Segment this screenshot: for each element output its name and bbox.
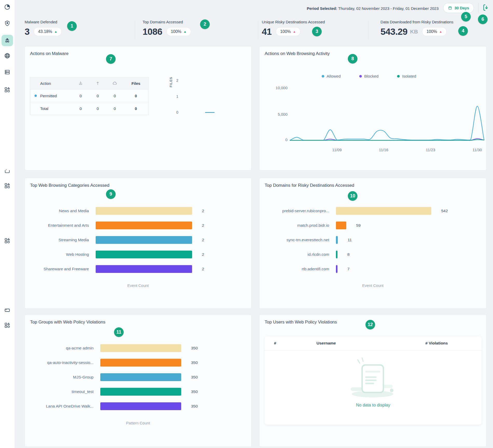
panel-title: Top Domains for Risky Destinations Acces… bbox=[265, 183, 354, 188]
bar-value: 350 bbox=[191, 389, 198, 394]
risky-domains-bar-chart: prebid-server.rubiconpro...542match.prod… bbox=[265, 204, 448, 276]
bar-value: 542 bbox=[441, 209, 448, 213]
chart-legend: AllowedBlockedIsolated bbox=[322, 74, 416, 79]
bar-category-label: Entertainment and Arts bbox=[30, 223, 96, 228]
kpi-trend-pill: 100%▲ bbox=[276, 27, 300, 36]
legend-dot bbox=[359, 75, 362, 78]
malware-actions-table: Action Files Permitted 0 0 0 0 bbox=[30, 77, 149, 115]
bar-value: 350 bbox=[191, 346, 198, 350]
cell-downloaded: 0 bbox=[72, 102, 89, 115]
y-tick: 10,000 bbox=[271, 86, 287, 90]
date-range-button[interactable]: 30 Days bbox=[443, 3, 474, 13]
table-row-permitted[interactable]: Permitted 0 0 0 0 bbox=[30, 89, 149, 102]
bar-category-label: Streaming Media bbox=[30, 238, 96, 242]
panel-title: Actions on Malware bbox=[30, 51, 68, 56]
shapes-icon[interactable] bbox=[4, 182, 11, 189]
card-icon[interactable] bbox=[4, 307, 11, 314]
kpi-top-domains: Top Domains Accessed 1086 100%▲ bbox=[143, 20, 191, 37]
annotation-badge-7: 7 bbox=[106, 54, 116, 64]
bar-category-label: News and Media bbox=[30, 209, 96, 213]
trend-up-icon: ▲ bbox=[439, 30, 442, 33]
kpi-malware-defended: Malware Defended 3 43.18%▲ bbox=[25, 20, 62, 37]
bar-value: 350 bbox=[191, 360, 198, 365]
annotation-badge-9: 9 bbox=[106, 189, 116, 199]
kpi-label: Malware Defended bbox=[25, 20, 62, 24]
panel-title: Top Users with Web Policy Violations bbox=[265, 320, 337, 325]
annotation-badge-11: 11 bbox=[114, 327, 124, 337]
x-tick: 11/16 bbox=[375, 148, 393, 152]
bar[interactable] bbox=[336, 222, 346, 229]
annotation-badge-5: 5 bbox=[461, 12, 471, 22]
bar[interactable] bbox=[96, 207, 192, 215]
kpi-trend-pill: 43.18%▲ bbox=[34, 27, 62, 36]
bar-value: 2 bbox=[202, 252, 204, 257]
upload-icon bbox=[89, 77, 106, 89]
x-axis-label: Pattern Count bbox=[25, 421, 251, 425]
export-report-button[interactable] bbox=[481, 2, 491, 13]
bar[interactable] bbox=[96, 222, 192, 229]
bar-category-label: Web Hosting bbox=[30, 252, 96, 257]
legend-item-isolated[interactable]: Isolated bbox=[397, 74, 416, 79]
globe-icon[interactable] bbox=[4, 52, 11, 59]
bar[interactable] bbox=[100, 402, 181, 410]
bar-value: 350 bbox=[191, 404, 198, 409]
bar-category-label: rtb.adentifi.com bbox=[265, 267, 336, 271]
cell-files: 0 bbox=[123, 102, 149, 115]
cell-files: 0 bbox=[123, 89, 149, 102]
legend-item-blocked[interactable]: Blocked bbox=[359, 74, 378, 79]
bar-row: Shareware and Freeware2 bbox=[30, 262, 204, 276]
bar-category-label: sync-tm.everesttech.net bbox=[265, 238, 336, 242]
bar[interactable] bbox=[96, 265, 192, 273]
shapes-icon[interactable] bbox=[4, 237, 11, 244]
bar[interactable] bbox=[96, 251, 192, 258]
kpi-data-downloaded: Data Downloaded from Risky Destinations … bbox=[381, 20, 453, 37]
bar-value: 2 bbox=[202, 238, 204, 242]
sidebar-nav bbox=[0, 0, 15, 448]
bar-category-label: Lana API OneDrive Walk... bbox=[30, 404, 100, 409]
column-violations: # Violations bbox=[425, 341, 448, 346]
bar[interactable] bbox=[100, 344, 181, 352]
bar-row: MJS-Group350 bbox=[30, 370, 198, 384]
shield-lock-icon[interactable] bbox=[4, 20, 11, 27]
bar[interactable] bbox=[336, 236, 338, 244]
bar[interactable] bbox=[336, 251, 337, 258]
bar-category-label: id.rlcdn.com bbox=[265, 252, 336, 257]
bar-row: id.rlcdn.com8 bbox=[265, 247, 448, 262]
bar-category-label: qa-auto-inactivity-sessio... bbox=[30, 360, 100, 365]
cell-cloud: 0 bbox=[106, 102, 123, 115]
kpi-trend-pill: 100%▲ bbox=[166, 27, 191, 36]
bar[interactable] bbox=[96, 236, 192, 244]
server-stack-icon[interactable] bbox=[4, 69, 11, 75]
annotation-badge-3: 3 bbox=[312, 27, 322, 36]
line-series-isolated bbox=[290, 140, 484, 140]
x-tick: 11/09 bbox=[328, 148, 346, 152]
bar[interactable] bbox=[336, 207, 431, 215]
incognito-icon[interactable] bbox=[4, 37, 11, 44]
bar[interactable] bbox=[100, 388, 181, 396]
tray-icon[interactable] bbox=[4, 168, 11, 175]
bar[interactable] bbox=[100, 359, 181, 367]
pie-chart-icon[interactable] bbox=[4, 4, 11, 10]
bar[interactable] bbox=[100, 373, 181, 381]
period-selected-text: Period Selected: Thursday, 02 November 2… bbox=[307, 6, 439, 11]
bar-row: qa-auto-inactivity-sessio...350 bbox=[30, 355, 198, 370]
table-row-total[interactable]: Total 0 0 0 0 bbox=[30, 102, 149, 115]
x-tick: 11/23 bbox=[421, 148, 440, 152]
x-tick: 11/30 bbox=[468, 148, 486, 152]
bar[interactable] bbox=[336, 265, 337, 273]
shapes-icon[interactable] bbox=[4, 322, 11, 329]
kpi-label: Data Downloaded from Risky Destinations bbox=[381, 20, 453, 24]
bar-category-label: match.prod.bidr.io bbox=[265, 223, 336, 228]
bar-value: 11 bbox=[348, 238, 352, 242]
annotation-badge-12: 12 bbox=[365, 320, 375, 329]
y-tick: 2 bbox=[172, 78, 178, 82]
trend-up-icon: ▲ bbox=[54, 30, 57, 33]
panel-title: Actions on Web Browsing Activity bbox=[265, 51, 330, 56]
shapes-icon[interactable] bbox=[4, 86, 11, 93]
legend-item-allowed[interactable]: Allowed bbox=[322, 74, 341, 79]
bar-row: Streaming Media2 bbox=[30, 233, 204, 247]
users-table-card: # Username # Violations No data to bbox=[265, 336, 482, 425]
x-axis-label: Event Count bbox=[25, 283, 251, 288]
bar-row: rtb.adentifi.com7 bbox=[265, 262, 448, 276]
bar-row: News and Media2 bbox=[30, 204, 204, 218]
